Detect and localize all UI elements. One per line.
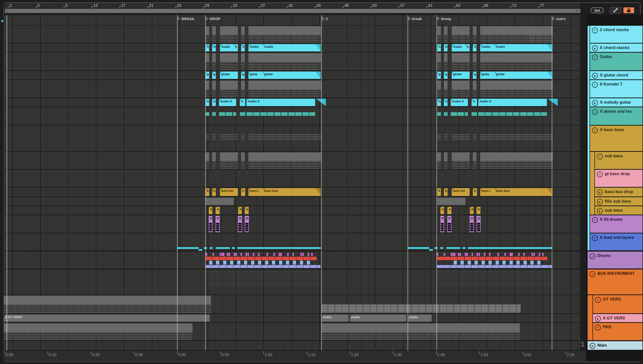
speed-rest: .00x [602, 354, 611, 358]
waveform-icon [590, 354, 591, 358]
waveform-icon [591, 354, 592, 358]
lock-envelopes-button[interactable] [623, 7, 635, 14]
link-icon [613, 8, 618, 13]
speed-selected-digit: 1 [599, 354, 602, 358]
playback-speed-field[interactable]: 1.00x [598, 352, 620, 360]
next-locator-button[interactable]: → [598, 16, 605, 22]
prev-locator-button[interactable]: ← [590, 16, 597, 22]
arrangement-view: Set ← → 1/1 1.00x H W 159131721252933374… [0, 0, 643, 364]
zoom-width-button[interactable]: W [634, 352, 642, 360]
waveform-icon [594, 355, 594, 357]
waveform-icon [593, 354, 593, 358]
waveform-icon [589, 355, 590, 357]
zoom-height-button[interactable]: H [624, 352, 632, 360]
set-locator-button[interactable]: Set [590, 7, 604, 13]
arrangement-frame [4, 2, 640, 362]
grid-interval-indicator: 1/1 [567, 340, 585, 348]
lock-icon [626, 8, 631, 13]
draw-mode-button[interactable] [610, 7, 621, 14]
audio-scrub-button[interactable] [588, 352, 596, 360]
